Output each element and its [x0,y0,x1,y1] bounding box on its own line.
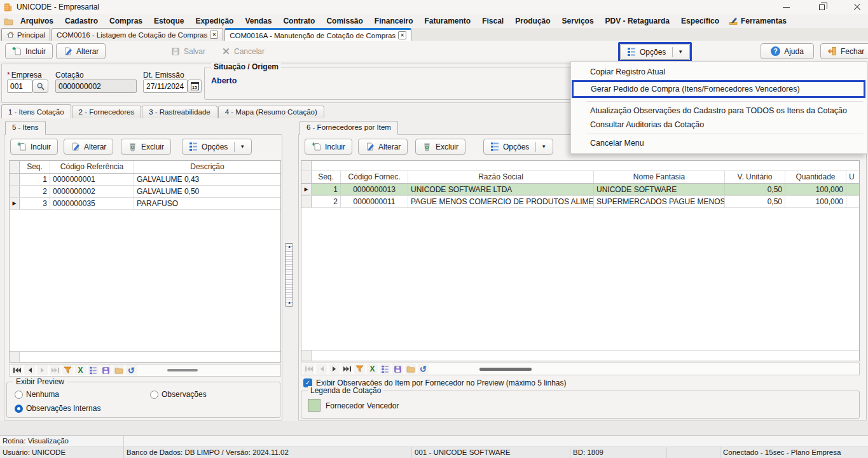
radio-observacoes-internas-label: Observações Internas [26,404,100,413]
next-record-icon[interactable] [329,364,340,374]
subtab-itens[interactable]: 5 - Itens [5,121,46,135]
menu-fiscal[interactable]: Fiscal [476,15,509,27]
first-record-icon[interactable] [11,365,22,375]
col-seq[interactable]: Seq. [312,171,341,183]
empresa-field[interactable] [7,80,32,93]
open-layout-icon[interactable] [113,365,124,375]
tab-close-icon[interactable]: ✕ [398,31,406,39]
filter-icon[interactable] [62,365,73,375]
tab-com0016-listagem[interactable]: COM0016 - Listagem de Cotação de Compras… [52,28,223,41]
chevron-down-icon[interactable]: ▼ [678,49,683,55]
table-row[interactable]: 2 0000000002 GALVALUME 0,50 [10,186,280,198]
menu-item-consultar-auditorias[interactable]: Consultar Auditorias da Cotação [571,118,867,132]
chevron-down-icon[interactable]: ▼ [240,144,245,149]
tab-fornecedores[interactable]: 2 - Fornecedores [72,106,142,118]
itens-alterar-button[interactable]: Alterar [64,139,113,155]
menu-pdv-retaguarda[interactable]: PDV - Retaguarda [600,15,675,27]
cotacao-field[interactable] [55,80,137,93]
save-layout-icon[interactable] [100,365,111,375]
tab-com0016a-manutencao[interactable]: COM0016A - Manutenção de Cotação de Comp… [224,28,411,41]
fornecedores-alterar-button[interactable]: Alterar [358,139,408,155]
radio-observacoes-internas[interactable]: Observações Internas [15,404,100,413]
menu-cadastro[interactable]: Cadastro [59,15,104,27]
itens-excluir-button[interactable]: Excluir [121,139,171,155]
alterar-button[interactable]: Alterar [56,43,106,59]
col-nome-fantasia[interactable]: Nome Fantasia [594,171,725,183]
tab-close-icon[interactable]: ✕ [210,31,218,39]
menu-servicos[interactable]: Serviços [556,15,600,27]
prev-record-icon[interactable] [24,365,35,375]
menu-financeiro[interactable]: Financeiro [369,15,419,27]
col-quantidade[interactable]: Quantidade [785,171,846,183]
menu-compras[interactable]: Compras [104,15,148,27]
menu-arquivos[interactable]: Arquivos [15,15,59,27]
filter-icon[interactable] [354,364,365,374]
radio-icon[interactable] [15,391,23,399]
col-v-unitario[interactable]: V. Unitário [725,171,785,183]
last-record-icon[interactable] [341,364,352,374]
menu-vendas[interactable]: Vendas [239,15,277,27]
maximize-button[interactable] [816,1,827,13]
menu-contrato[interactable]: Contrato [277,15,320,27]
incluir-button[interactable]: Incluir [5,43,53,59]
export-excel-icon[interactable]: X [75,365,86,375]
col-u-clipped[interactable]: U [846,171,859,183]
empresa-lookup-button[interactable] [32,80,48,93]
save-layout-icon[interactable] [392,364,403,374]
refresh-icon[interactable]: ↺ [126,365,137,375]
menu-faturamento[interactable]: Faturamento [419,15,477,27]
tab-itens-cotacao[interactable]: 1 - Itens Cotação [1,104,71,118]
grid-config-icon[interactable] [380,364,390,374]
radio-observacoes[interactable]: Observações [150,390,207,399]
resize-grip[interactable] [167,369,198,371]
radio-selected-icon[interactable] [15,405,23,413]
menu-estoque[interactable]: Estoque [148,15,189,27]
tab-principal[interactable]: Principal [1,28,50,41]
panel-splitter[interactable]: ◄ ◄ [285,243,293,307]
table-row[interactable]: 2 0000000011 PAGUE MENOS COMERCIO DE PRO… [301,196,859,208]
radio-nenhuma[interactable]: Nenhuma [15,390,59,399]
menu-producao[interactable]: Produção [509,15,556,27]
open-layout-icon[interactable] [405,364,416,374]
fornecedores-opcoes-button[interactable]: Opções ▼ [483,139,553,155]
horizontal-scrollbar-thumb[interactable] [479,368,532,371]
menu-item-cancelar-menu[interactable]: Cancelar Menu [571,136,867,150]
fornecedores-excluir-button[interactable]: Excluir [415,139,465,155]
fornecedores-incluir-button[interactable]: Incluir [305,139,352,155]
col-codigo-referencia[interactable]: Código Referência [50,161,134,173]
itens-incluir-button[interactable]: Incluir [10,139,58,155]
menu-item-gerar-pedido[interactable]: Gerar Pedido de Compra (Itens/Fornecedor… [574,82,864,96]
tab-rastreabilidade[interactable]: 3 - Rastreabilidade [142,106,217,118]
col-codigo-fornec[interactable]: Código Fornec. [341,171,408,183]
menu-comissao[interactable]: Comissão [320,15,368,27]
col-razao-social[interactable]: Razão Social [408,171,594,183]
fechar-button[interactable]: Fechar [820,43,868,59]
splitter-arrow-icon[interactable]: ◄ [287,245,291,249]
calendar-button[interactable]: 15 [188,80,202,93]
dt-emissao-field[interactable] [143,80,188,93]
close-button[interactable] [851,1,863,13]
menu-ferramentas[interactable]: Ferramentas [740,15,792,27]
itens-opcoes-button[interactable]: Opções ▼ [182,139,252,155]
opcoes-button[interactable]: Opções ▼ [620,44,690,60]
menu-item-copiar-registro[interactable]: Copiar Registro Atual [571,65,867,79]
table-row-selected[interactable]: ▶ 3 0000000035 PARAFUSO [10,198,280,210]
tab-mapa-resumo[interactable]: 4 - Mapa (Resumo Cotação) [218,106,324,118]
col-descricao[interactable]: Descrição [134,161,280,173]
menu-especifico[interactable]: Específico [675,15,725,27]
ajuda-button[interactable]: ? Ajuda [761,43,814,59]
export-excel-icon[interactable]: X [367,364,378,374]
subtab-fornecedores-por-item[interactable]: 6 - Fornecedores por Item [300,121,398,135]
refresh-icon[interactable]: ↺ [418,364,429,374]
col-seq[interactable]: Seq. [20,161,50,173]
splitter-arrow-icon[interactable]: ◄ [287,301,291,305]
ajuda-label: Ajuda [784,47,804,56]
table-row[interactable]: 1 0000000001 GALVALUME 0,43 [10,174,280,186]
menu-item-atualizacao-observacoes[interactable]: Atualização Observações do Cadastro para… [571,104,867,118]
minimize-button[interactable] [780,1,792,13]
chevron-down-icon[interactable]: ▼ [541,144,546,149]
grid-config-icon[interactable] [88,365,99,375]
table-row-winner-selected[interactable]: ▶ 1 0000000013 UNICODE SOFTWARE LTDA UNI… [301,184,859,196]
menu-expedicao[interactable]: Expedição [189,15,239,27]
radio-icon[interactable] [150,391,158,399]
